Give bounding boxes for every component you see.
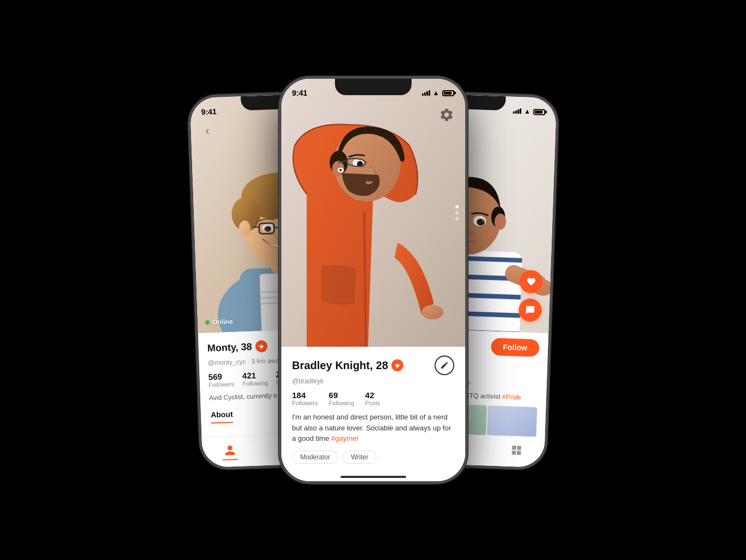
verified-left bbox=[255, 340, 268, 353]
like-button-right[interactable] bbox=[519, 270, 542, 293]
posts-stat-center: 42 Posts bbox=[365, 390, 380, 406]
photo-area-center bbox=[281, 79, 465, 347]
battery-right bbox=[533, 109, 545, 115]
dot-center-3 bbox=[455, 217, 459, 220]
dot-center-1 bbox=[455, 205, 459, 208]
dot-center-2 bbox=[455, 211, 459, 214]
time-center: 9:41 bbox=[292, 89, 308, 97]
svg-point-34 bbox=[360, 162, 361, 164]
edit-button-center[interactable] bbox=[435, 355, 454, 375]
svg-point-36 bbox=[421, 305, 443, 320]
status-icons-right: ▲ bbox=[513, 107, 545, 116]
profile-name-center: Bradley Knight, 28 bbox=[292, 359, 404, 372]
dot-indicators-center bbox=[455, 205, 459, 220]
notch-center bbox=[335, 79, 412, 95]
tag-moderator[interactable]: Moderator bbox=[292, 451, 339, 464]
settings-icon[interactable] bbox=[439, 107, 456, 125]
status-icons-center: ▲ bbox=[422, 89, 454, 97]
home-indicator-center bbox=[340, 476, 406, 478]
stats-row-center: 184 Followers 69 Following 42 Posts bbox=[292, 390, 454, 406]
svg-point-31 bbox=[339, 169, 342, 171]
username-center: @bradleyk bbox=[292, 377, 454, 385]
bio-center: I'm an honest and direct person, little … bbox=[292, 412, 454, 444]
tags-row-center: Moderator Writer bbox=[292, 451, 454, 464]
name-row-center: Bradley Knight, 28 bbox=[292, 355, 454, 375]
back-arrow[interactable] bbox=[199, 124, 215, 139]
action-buttons-right bbox=[518, 270, 542, 322]
phone-center: 9:41 ▲ bbox=[280, 78, 466, 482]
follow-button-right[interactable]: Follow bbox=[490, 338, 539, 357]
nav-grid-right[interactable] bbox=[505, 440, 528, 459]
online-text-left: Online bbox=[212, 318, 233, 326]
thumb-3-right bbox=[487, 405, 537, 437]
nav-profile-left[interactable] bbox=[218, 440, 241, 459]
following-stat-left: 421 Following bbox=[242, 370, 268, 387]
tag-writer[interactable]: Writer bbox=[343, 451, 377, 464]
nav-active-bar-left bbox=[222, 458, 238, 460]
wifi-center: ▲ bbox=[433, 89, 439, 97]
photo-center bbox=[281, 79, 465, 347]
followers-stat-left: 569 Followers bbox=[208, 371, 234, 388]
profile-name-left: Monty, 38 bbox=[207, 340, 267, 354]
battery-center bbox=[442, 90, 454, 96]
following-stat-center: 69 Following bbox=[329, 390, 354, 406]
battery-fill-center bbox=[444, 92, 452, 95]
online-badge-left: Online bbox=[205, 318, 233, 326]
battery-fill-right bbox=[535, 110, 543, 113]
verified-center bbox=[391, 359, 403, 371]
online-dot-left bbox=[205, 320, 209, 325]
time-left: 9:41 bbox=[201, 107, 217, 116]
message-button-right[interactable] bbox=[518, 298, 541, 322]
signal-right bbox=[513, 108, 521, 114]
phones-container: 9:41 bbox=[72, 34, 674, 526]
profile-section-center: Bradley Knight, 28 @bradleyk 184 Followe… bbox=[281, 347, 465, 481]
signal-center bbox=[422, 90, 430, 96]
wifi-right: ▲ bbox=[524, 107, 530, 115]
followers-stat-center: 184 Followers bbox=[292, 390, 318, 406]
